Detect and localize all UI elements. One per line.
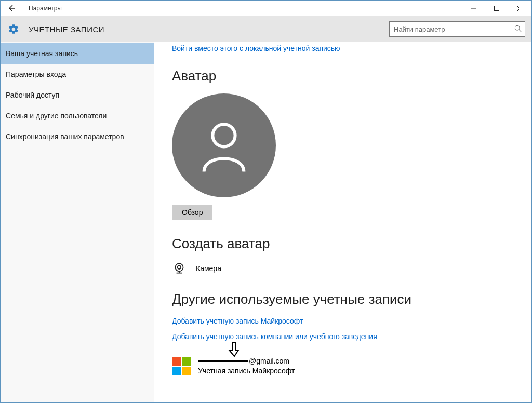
content-area: Войти вместо этого с локальной учетной з…	[154, 42, 531, 402]
sidebar-item-your-account[interactable]: Ваша учетная запись	[1, 43, 154, 64]
back-arrow-icon	[7, 4, 16, 12]
titlebar: Параметры	[1, 1, 531, 16]
sidebar-item-work-access[interactable]: Рабочий доступ	[1, 85, 154, 105]
svg-point-5	[515, 25, 520, 30]
svg-point-9	[178, 266, 181, 269]
email-suffix: @gmail.com	[249, 357, 289, 365]
sidebar-item-label: Рабочий доступ	[6, 91, 59, 99]
maximize-icon	[494, 6, 499, 11]
account-text: @gmail.com Учетная запись Майкрософт	[198, 356, 295, 376]
header-bar: УЧЕТНЫЕ ЗАПИСИ	[1, 16, 531, 42]
avatar-heading: Аватар	[172, 68, 520, 84]
window-title: Параметры	[29, 5, 62, 12]
sidebar: Ваша учетная запись Параметры входа Рабо…	[1, 42, 154, 402]
redacted-email-prefix	[198, 360, 248, 362]
sidebar-item-label: Параметры входа	[6, 70, 66, 78]
page-heading: УЧЕТНЫЕ ЗАПИСИ	[29, 25, 104, 34]
add-microsoft-account-link[interactable]: Добавить учетную запись Майкрософт	[172, 317, 303, 325]
avatar-placeholder	[172, 93, 276, 197]
svg-point-7	[212, 124, 235, 146]
sidebar-item-sync[interactable]: Синхронизация ваших параметров	[1, 126, 154, 147]
other-accounts-heading: Другие используемые учетные записи	[172, 291, 520, 307]
settings-gear-icon	[6, 21, 21, 37]
person-icon	[193, 114, 255, 177]
search-box[interactable]	[389, 21, 525, 37]
minimize-icon	[471, 6, 476, 11]
add-work-account-link[interactable]: Добавить учетную запись компании или уче…	[172, 332, 377, 341]
close-button[interactable]	[508, 1, 531, 16]
camera-label: Камера	[196, 264, 221, 273]
settings-window: Параметры УЧЕТНЫЕ ЗАПИСИ Ваш	[0, 0, 532, 403]
add-account-links: Добавить учетную запись Майкрософт Добав…	[172, 317, 520, 348]
create-avatar-heading: Создать аватар	[172, 236, 520, 252]
svg-line-6	[519, 30, 521, 32]
camera-icon	[172, 261, 187, 276]
close-icon	[517, 6, 523, 11]
search-icon	[514, 25, 522, 34]
window-controls	[461, 1, 531, 16]
sidebar-item-family[interactable]: Семья и другие пользователи	[1, 105, 154, 126]
account-email: @gmail.com	[198, 356, 295, 366]
browse-button[interactable]: Обзор	[172, 205, 212, 220]
camera-option[interactable]: Камера	[172, 261, 520, 276]
sidebar-item-label: Ваша учетная запись	[6, 49, 78, 58]
sidebar-item-label: Синхронизация ваших параметров	[6, 132, 124, 141]
sidebar-item-label: Семья и другие пользователи	[6, 112, 107, 120]
svg-rect-2	[494, 6, 499, 11]
svg-point-8	[175, 263, 183, 271]
maximize-button[interactable]	[485, 1, 508, 16]
microsoft-logo-icon	[172, 357, 191, 375]
microsoft-account-entry[interactable]: @gmail.com Учетная запись Майкрософт	[172, 356, 520, 376]
local-account-link[interactable]: Войти вместо этого с локальной учетной з…	[172, 44, 340, 52]
account-type-label: Учетная запись Майкрософт	[198, 366, 295, 376]
search-input[interactable]	[394, 25, 514, 33]
sidebar-item-signin-options[interactable]: Параметры входа	[1, 64, 154, 85]
body: Ваша учетная запись Параметры входа Рабо…	[1, 42, 531, 402]
down-arrow-annotation-icon	[228, 342, 241, 360]
back-button[interactable]	[4, 1, 19, 16]
minimize-button[interactable]	[461, 1, 485, 16]
